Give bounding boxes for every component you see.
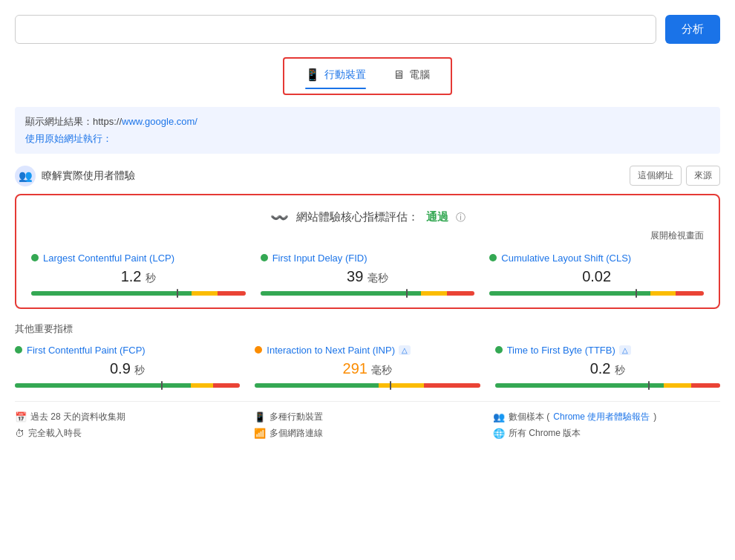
metric-fid: First Input Delay (FID) 39 毫秒 [261,253,475,296]
pulse-icon: 〰️ [270,209,289,227]
ttfb-value: 0.2 秒 [495,360,720,377]
tab-mobile-label: 行動裝置 [324,68,366,82]
real-experience-header: 👥 瞭解實際使用者體驗 這個網址 來源 [15,166,720,186]
info-bar: 顯示網址結果：https://www.google.com/ 使用原始網址執行： [15,107,720,154]
section-actions: 這個網址 來源 [630,166,720,186]
cls-link[interactable]: Cumulative Layout Shift (CLS) [501,253,631,264]
inp-progress-bar [255,383,480,388]
lcp-value: 1.2 秒 [31,268,246,285]
other-metrics-section: 其他重要指標 First Contentful Paint (FCP) 0.9 … [15,322,720,388]
footer-network-text: 多個網路連線 [270,427,323,440]
fid-link[interactable]: First Input Delay (FID) [272,253,368,264]
ttfb-label-group: Time to First Byte (TTFB) △ [507,345,631,356]
metric-ttfb: Time to First Byte (TTFB) △ 0.2 秒 [495,345,720,388]
use-original-url-link[interactable]: 使用原始網址執行： [25,133,112,144]
cls-dot [489,254,497,261]
core-vitals-box: 〰️ 網站體驗核心指標評估： 通過 ⓘ 展開檢視畫面 Largest Conte… [15,194,720,309]
ttfb-progress-bar [495,383,720,388]
chrome-ux-report-link[interactable]: Chrome 使用者體驗報告 [553,411,650,423]
info-bar-line1: 顯示網址結果：https://www.google.com/ [25,113,710,130]
device-toggle: 📱 行動裝置 🖥 電腦 [283,57,452,95]
calendar-icon: 📅 [15,411,27,423]
inp-label-group: Interaction to Next Paint (INP) △ [267,345,411,356]
tab-desktop-label: 電腦 [409,68,430,82]
device-toggle-wrapper: 📱 行動裝置 🖥 電腦 [15,57,720,95]
inp-link[interactable]: Interaction to Next Paint (INP) [267,345,395,356]
footer-sample-suffix: ) [653,411,656,422]
section-title-text: 瞭解實際使用者體驗 [42,169,135,183]
footer-devices-text: 多種行動裝置 [270,411,323,423]
fid-dot [261,254,268,261]
ttfb-badge: △ [619,345,631,355]
url-input[interactable]: https://google.com/ [15,15,656,44]
info-text-prefix: 顯示網址結果：https:// [25,116,122,127]
users-icon: 👥 [493,411,505,423]
ttfb-link[interactable]: Time to First Byte (TTFB) [507,345,615,356]
metric-fcp-label: First Contentful Paint (FCP) [15,345,240,356]
footer-row-network: 📶 多個網路連線 [254,427,481,440]
url-bar-row: https://google.com/ 分析 [15,15,720,44]
footer-sample-prefix: 數個樣本 ( [509,411,549,423]
footer-row-sample: 👥 數個樣本 ( Chrome 使用者體驗報告 ) [493,411,720,423]
lcp-progress-bar [31,291,246,296]
inp-value: 291 毫秒 [255,360,480,377]
analyze-button[interactable]: 分析 [665,15,720,44]
ttfb-dot [495,346,503,354]
fcp-value: 0.9 秒 [15,360,240,377]
core-vitals-title: 網站體驗核心指標評估： [296,210,419,224]
core-vitals-header: 〰️ 網站體驗核心指標評估： 通過 ⓘ [31,209,704,227]
devices-icon: 📱 [254,411,266,423]
metric-inp-label: Interaction to Next Paint (INP) △ [255,345,480,356]
tab-mobile[interactable]: 📱 行動裝置 [292,63,379,89]
footer-loadtime-text: 完全載入時長 [28,427,82,440]
footer-chrome-version-text: 所有 Chrome 版本 [509,427,581,440]
footer-row-devices: 📱 多種行動裝置 [254,411,481,423]
metric-lcp-label: Largest Contentful Paint (LCP) [31,253,246,264]
section-avatar: 👥 [15,166,36,186]
info-bar-line2: 使用原始網址執行： [25,130,710,147]
mobile-icon: 📱 [305,68,320,82]
other-metrics-title: 其他重要指標 [15,322,720,336]
core-vitals-status: 通過 [426,210,448,224]
footer-row-loadtime: ⏱ 完全載入時長 [15,427,242,440]
footer-info: 📅 過去 28 天的資料收集期 ⏱ 完全載入時長 📱 多種行動裝置 📶 多個網路… [15,401,720,440]
tab-desktop[interactable]: 🖥 電腦 [379,63,443,89]
desktop-icon: 🖥 [393,68,405,82]
cls-progress-bar [489,291,704,296]
fcp-progress-bar [15,383,240,388]
core-metrics-grid: Largest Contentful Paint (LCP) 1.2 秒 Fir… [31,253,704,296]
lcp-dot [31,254,39,261]
footer-row-period: 📅 過去 28 天的資料收集期 [15,411,242,423]
metric-lcp: Largest Contentful Paint (LCP) 1.2 秒 [31,253,246,296]
footer-col-3: 👥 數個樣本 ( Chrome 使用者體驗報告 ) 🌐 所有 Chrome 版本 [493,411,720,440]
footer-period-text: 過去 28 天的資料收集期 [30,411,125,423]
fid-progress-bar [261,291,475,296]
source-button[interactable]: 來源 [686,166,720,186]
metric-ttfb-label: Time to First Byte (TTFB) △ [495,345,720,356]
info-url-link[interactable]: www.google.com/ [122,116,197,127]
inp-badge: △ [399,345,411,355]
footer-col-2: 📱 多種行動裝置 📶 多個網路連線 [254,411,481,440]
metric-inp: Interaction to Next Paint (INP) △ 291 毫秒 [255,345,480,388]
lcp-link[interactable]: Largest Contentful Paint (LCP) [43,253,174,264]
network-icon: 📶 [254,428,266,439]
fcp-link[interactable]: First Contentful Paint (FCP) [27,345,146,356]
other-metrics-grid: First Contentful Paint (FCP) 0.9 秒 Int [15,345,720,388]
inp-dot [255,346,262,354]
metric-cls-label: Cumulative Layout Shift (CLS) [489,253,704,264]
metric-fid-label: First Input Delay (FID) [261,253,475,264]
expand-link[interactable]: 展開檢視畫面 [31,229,704,242]
globe-icon: 🌐 [493,428,505,439]
fid-value: 39 毫秒 [261,268,475,285]
footer-col-1: 📅 過去 28 天的資料收集期 ⏱ 完全載入時長 [15,411,242,440]
metric-cls: Cumulative Layout Shift (CLS) 0.02 [489,253,704,296]
metric-fcp: First Contentful Paint (FCP) 0.9 秒 [15,345,240,388]
this-url-button[interactable]: 這個網址 [630,166,682,186]
fcp-dot [15,346,22,354]
footer-row-chrome-version: 🌐 所有 Chrome 版本 [493,427,720,440]
cls-value: 0.02 [489,268,704,285]
section-title: 👥 瞭解實際使用者體驗 [15,166,135,186]
info-icon[interactable]: ⓘ [456,211,466,224]
timer-icon: ⏱ [15,428,24,439]
